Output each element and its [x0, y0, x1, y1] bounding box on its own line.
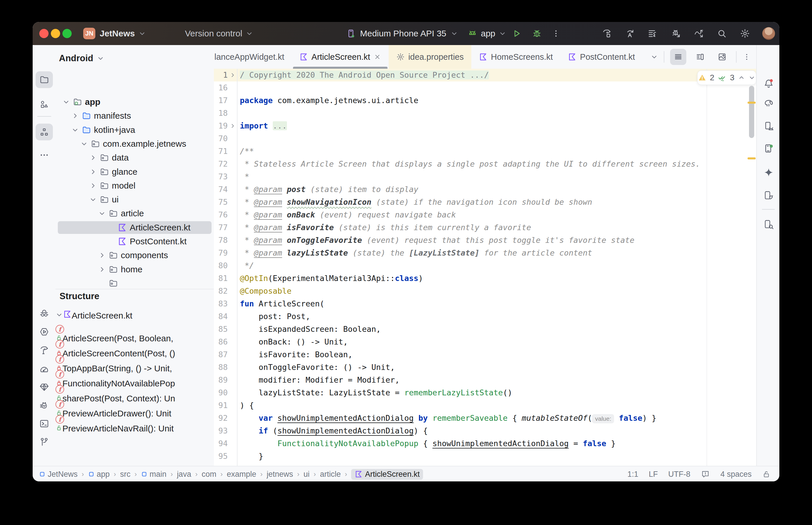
zoom-window-button[interactable]	[62, 29, 72, 38]
editor-tab-postcontent-kt[interactable]: PostContent.kt	[560, 45, 643, 69]
design-view-button[interactable]	[714, 49, 730, 65]
line-number[interactable]: 72	[214, 158, 228, 170]
device-manager-tool-button[interactable]	[760, 118, 777, 135]
version-control-tool-button[interactable]	[35, 433, 53, 450]
running-devices-tool-button[interactable]	[760, 140, 777, 157]
tree-row[interactable]: data	[56, 151, 214, 165]
breadcrumb-item[interactable]: java	[177, 470, 191, 479]
line-number[interactable]: 80	[214, 259, 228, 272]
chevron-right-icon[interactable]	[89, 182, 97, 190]
line-number[interactable]: 74	[214, 183, 228, 196]
line-number[interactable]: 18	[214, 107, 228, 120]
ok-count[interactable]: 3	[730, 73, 735, 82]
project-widget[interactable]: JetNews	[100, 22, 146, 45]
hidden-tabs-chevron-icon[interactable]	[650, 53, 658, 61]
tree-row[interactable]: home	[56, 262, 214, 276]
device-mirroring-tool-button[interactable]	[760, 187, 777, 204]
project-view-selector[interactable]: Android	[59, 53, 104, 63]
line-number[interactable]: 83	[214, 297, 228, 310]
line-number[interactable]: 82	[214, 285, 228, 297]
line-number[interactable]: 87	[214, 348, 228, 361]
chevron-down-icon[interactable]	[62, 98, 70, 106]
line-number[interactable]: 76	[214, 209, 228, 221]
indent-style[interactable]: 4 spaces	[720, 470, 752, 479]
user-avatar[interactable]	[762, 27, 775, 40]
profiler-icon[interactable]	[694, 28, 704, 39]
resource-manager-tool-button[interactable]	[35, 96, 53, 112]
tree-row[interactable]: components	[56, 248, 214, 262]
line-number[interactable]: 70	[214, 132, 228, 145]
run-button[interactable]	[512, 28, 522, 39]
more-actions-icon[interactable]	[551, 29, 561, 38]
chevron-down-icon[interactable]	[71, 126, 79, 134]
line-number[interactable]: 16	[214, 81, 228, 94]
previous-problem-icon[interactable]	[738, 74, 745, 81]
tree-row[interactable]: article	[56, 207, 214, 220]
chevron-right-icon[interactable]	[89, 168, 97, 176]
line-number[interactable]: 84	[214, 310, 228, 323]
device-selector[interactable]: Medium Phone API 35	[346, 22, 458, 45]
caret-position[interactable]: 1:1	[628, 470, 638, 479]
line-separator[interactable]: LF	[649, 470, 658, 479]
breadcrumb-item[interactable]: com	[202, 470, 217, 479]
editor-tab-lanceappwidget-kt[interactable]: lanceAppWidget.kt	[214, 45, 292, 69]
line-number[interactable]: 17	[214, 94, 228, 107]
chevron-down-icon[interactable]	[80, 140, 88, 148]
structure-member-row[interactable]: fPreviewArticleNavRail(): Unit	[56, 415, 214, 430]
logcat-tool-button[interactable]	[35, 397, 53, 414]
tree-row[interactable]: PostContent.kt	[56, 235, 214, 248]
line-number[interactable]: 75	[214, 196, 228, 209]
line-number[interactable]: 85	[214, 323, 228, 335]
editor-options-icon[interactable]	[742, 52, 751, 61]
tree-row[interactable]: app	[56, 95, 214, 109]
breadcrumb-item[interactable]: app	[88, 470, 110, 479]
fold-arrow-icon[interactable]	[229, 120, 236, 132]
line-number[interactable]: 94	[214, 437, 228, 450]
warning-stripe-mark[interactable]	[748, 102, 756, 104]
breadcrumb-item[interactable]: src	[120, 470, 131, 479]
close-window-button[interactable]	[39, 29, 48, 38]
chevron-right-icon[interactable]	[71, 112, 79, 120]
tree-row[interactable]: model	[56, 179, 214, 193]
chevron-down-icon[interactable]	[56, 311, 63, 318]
structure-file-row[interactable]: ArticleScreen.kt	[56, 310, 214, 324]
split-view-button[interactable]	[692, 49, 708, 65]
gradle-tool-button[interactable]	[760, 95, 777, 111]
more-tool-windows-button[interactable]	[35, 147, 53, 163]
chevron-right-icon[interactable]	[98, 252, 106, 259]
chevron-down-icon[interactable]	[98, 210, 106, 217]
structure-member-row[interactable]: fArticleScreenContent(Post, ()	[56, 340, 214, 354]
structure-member-row[interactable]: fsharePost(Post, Context): Un	[56, 385, 214, 400]
line-number[interactable]: 71	[214, 145, 228, 158]
code-editor[interactable]: 1/ Copyright 2020 The Android Open Sourc…	[214, 69, 756, 466]
next-problem-icon[interactable]	[749, 74, 755, 81]
line-number[interactable]: 86	[214, 335, 228, 348]
line-number[interactable]: 78	[214, 234, 228, 246]
tree-row[interactable]: com.example.jetnews	[56, 137, 214, 151]
breadcrumb-item[interactable]: article	[320, 470, 341, 479]
structure-member-row[interactable]: fTopAppBar(String, () -> Unit,	[56, 355, 214, 369]
sdk-manager-icon[interactable]	[647, 28, 658, 39]
device-explorer-tool-button[interactable]	[760, 216, 777, 233]
tree-row[interactable]: ui	[56, 193, 214, 207]
fold-arrow-icon[interactable]	[229, 69, 236, 81]
settings-icon[interactable]	[740, 28, 750, 39]
editor-tab-articlescreen-kt[interactable]: ArticleScreen.kt	[292, 45, 389, 69]
line-number[interactable]: 92	[214, 412, 228, 424]
tree-row[interactable]: ArticleScreen.kt	[56, 221, 214, 235]
app-inspection-tool-button[interactable]	[35, 305, 53, 322]
breadcrumb-item[interactable]: ArticleScreen.kt	[351, 469, 423, 480]
notifications-button[interactable]	[760, 75, 777, 92]
breadcrumb-item[interactable]: jetnews	[267, 470, 293, 479]
scrollbar-thumb[interactable]	[749, 86, 754, 138]
attach-debugger-icon[interactable]	[671, 28, 682, 39]
code-view-button[interactable]	[670, 49, 686, 65]
chevron-right-icon[interactable]	[89, 154, 97, 162]
line-number[interactable]: 91	[214, 399, 228, 412]
chevron-down-icon[interactable]	[89, 196, 97, 203]
app-quality-insights-tool-button[interactable]	[35, 379, 53, 396]
tree-row[interactable]	[56, 276, 214, 288]
file-encoding[interactable]: UTF-8	[668, 470, 690, 479]
tree-row[interactable]: glance	[56, 165, 214, 179]
services-tool-button[interactable]	[35, 324, 53, 340]
